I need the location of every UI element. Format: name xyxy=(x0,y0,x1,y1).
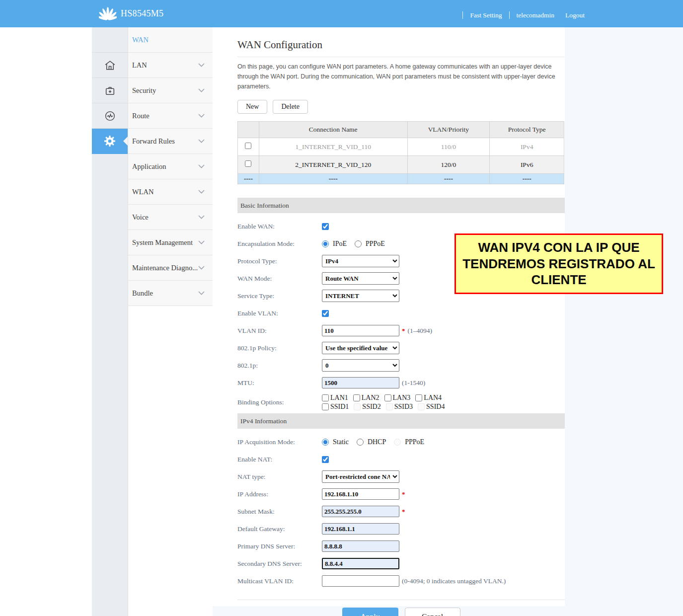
radio-label: Static xyxy=(333,438,349,446)
sidebar-menu: WAN LAN Security Route Forward Rules App… xyxy=(128,27,213,306)
table-row-selected[interactable]: ---- ---- ---- ---- xyxy=(238,174,564,184)
connection-name-cell: ---- xyxy=(259,174,407,184)
rail-item-home[interactable] xyxy=(92,53,128,78)
table-row[interactable]: 1_INTERNET_R_VID_110 110/0 IPv4 xyxy=(238,138,564,156)
service-type-select[interactable]: INTERNET xyxy=(322,290,399,302)
field-hint: (1-1540) xyxy=(402,379,425,387)
sidebar-item-security[interactable]: Security xyxy=(128,78,213,103)
chevron-down-icon xyxy=(198,88,205,92)
rail-item-toolkit[interactable] xyxy=(92,78,128,103)
lan1-checkbox[interactable] xyxy=(322,394,329,401)
ssid1-checkbox[interactable] xyxy=(322,403,329,410)
form-row-primary-dns: Primary DNS Server: xyxy=(237,538,565,555)
mtu-input[interactable] xyxy=(322,377,399,388)
sidebar-item-application[interactable]: Application xyxy=(128,154,213,179)
enable-wan-checkbox[interactable] xyxy=(322,223,329,230)
sidebar-item-label: Forward Rules xyxy=(132,137,175,146)
form-row-enable-vlan: Enable VLAN: xyxy=(237,305,565,322)
field-label: Primary DNS Server: xyxy=(237,542,322,550)
radio-label: PPPoE xyxy=(405,438,424,446)
apply-button[interactable]: Apply xyxy=(342,608,398,616)
rail-spacer xyxy=(92,27,128,53)
enable-vlan-checkbox[interactable] xyxy=(322,310,329,317)
form-row-binding-options: Binding Options: LAN1 LAN2 LAN3 LAN4 SSI… xyxy=(237,391,565,413)
home-icon xyxy=(104,59,116,72)
table-header-row: Connection Name VLAN/Priority Protocol T… xyxy=(238,122,564,138)
vlan-id-input[interactable] xyxy=(322,325,399,336)
protocol-type-select[interactable]: IPv4 xyxy=(322,255,399,267)
form-row-ip-address: IP Address: * xyxy=(237,485,565,503)
huawei-logo-icon xyxy=(99,7,117,21)
field-label: Enable WAN: xyxy=(237,223,322,231)
sidebar-item-maintenance-diagnose[interactable]: Maintenance Diagno... xyxy=(128,255,213,281)
multicast-vlan-input[interactable] xyxy=(322,575,399,587)
field-label: Multicast VLAN ID: xyxy=(237,577,322,585)
brand: HS8545M5 xyxy=(99,0,163,27)
primary-dns-input[interactable] xyxy=(322,540,399,552)
form-row-subnet-mask: Subnet Mask: * xyxy=(237,503,565,520)
chevron-down-icon xyxy=(198,190,205,194)
field-label: 802.1p Policy: xyxy=(237,344,322,352)
field-label: Default Gateway: xyxy=(237,525,322,533)
sidebar-item-bundle[interactable]: Bundle xyxy=(128,281,213,306)
rail-item-diagnose[interactable] xyxy=(92,103,128,129)
checkbox-label: LAN4 xyxy=(424,394,442,402)
logout-link[interactable]: Logout xyxy=(565,11,585,19)
subnet-mask-input[interactable] xyxy=(322,506,399,517)
table-row[interactable]: 2_INTERNET_R_VID_120 120/0 IPv6 xyxy=(238,156,564,174)
sidebar-item-label: WAN xyxy=(132,36,149,44)
page-description: On this page, you can configure WAN port… xyxy=(237,62,565,91)
ip-address-input[interactable] xyxy=(322,488,399,500)
nat-type-select[interactable]: Port-restricted cone NAT xyxy=(322,470,399,483)
dhcp-radio[interactable] xyxy=(357,439,364,446)
new-button[interactable]: New xyxy=(237,100,267,114)
annotation-callout: WAN IPV4 CON LA IP QUE TENDREMOS REGISTR… xyxy=(455,233,663,294)
chevron-down-icon xyxy=(198,240,205,244)
sidebar-item-system-management[interactable]: System Management xyxy=(128,230,213,255)
divider xyxy=(509,11,510,19)
rail-item-settings[interactable] xyxy=(92,129,128,154)
sidebar-item-lan[interactable]: LAN xyxy=(128,53,213,78)
protocol-type-cell: IPv4 xyxy=(490,138,564,156)
pppoe-radio[interactable] xyxy=(355,240,362,247)
ssid2-checkbox xyxy=(354,403,361,410)
row-select-checkbox[interactable] xyxy=(245,143,251,149)
sidebar-item-wlan[interactable]: WLAN xyxy=(128,179,213,205)
secondary-dns-input[interactable] xyxy=(322,558,399,569)
form-row-vlan-id: VLAN ID: * (1–4094) xyxy=(237,322,565,339)
lan3-checkbox[interactable] xyxy=(384,394,391,401)
row-select-checkbox[interactable] xyxy=(245,160,251,167)
8021p-select[interactable]: 0 xyxy=(322,359,399,372)
lan4-checkbox[interactable] xyxy=(415,394,422,401)
fast-setting-link[interactable]: Fast Setting xyxy=(470,11,502,19)
8021p-policy-select[interactable]: Use the specified value xyxy=(322,342,399,354)
logged-in-user[interactable]: telecomadmin xyxy=(517,11,554,19)
default-gateway-input[interactable] xyxy=(322,523,399,535)
lan2-checkbox[interactable] xyxy=(353,394,360,401)
sidebar-item-label: Maintenance Diagno... xyxy=(132,264,198,272)
pppoe-acquisition-radio xyxy=(394,439,401,446)
chevron-down-icon xyxy=(198,63,205,67)
static-radio[interactable] xyxy=(322,439,329,446)
enable-nat-checkbox[interactable] xyxy=(322,456,329,463)
required-asterisk: * xyxy=(402,490,405,498)
sidebar-item-voice[interactable]: Voice xyxy=(128,205,213,230)
device-model-title: HS8545M5 xyxy=(121,8,163,19)
field-label: VLAN ID: xyxy=(237,327,322,335)
form-row-mtu: MTU: (1-1540) xyxy=(237,374,565,391)
delete-button[interactable]: Delete xyxy=(273,100,308,114)
vlan-priority-cell: 120/0 xyxy=(407,156,490,174)
cancel-button[interactable]: Cancel xyxy=(405,608,460,616)
sidebar-item-forward-rules[interactable]: Forward Rules xyxy=(128,129,213,154)
sidebar-item-label: Security xyxy=(132,86,156,95)
sidebar-item-route[interactable]: Route xyxy=(128,103,213,129)
connection-name-cell: 2_INTERNET_R_VID_120 xyxy=(259,156,407,174)
radio-label: IPoE xyxy=(333,240,347,248)
wan-mode-select[interactable]: Route WAN xyxy=(322,272,399,285)
ipoe-radio[interactable] xyxy=(322,240,329,247)
connection-name-header: Connection Name xyxy=(259,122,407,138)
checkbox-label: LAN1 xyxy=(330,394,348,402)
radio-label: DHCP xyxy=(368,438,386,446)
sidebar-item-wan[interactable]: WAN xyxy=(128,27,213,53)
form-row-enable-wan: Enable WAN: xyxy=(237,218,565,235)
